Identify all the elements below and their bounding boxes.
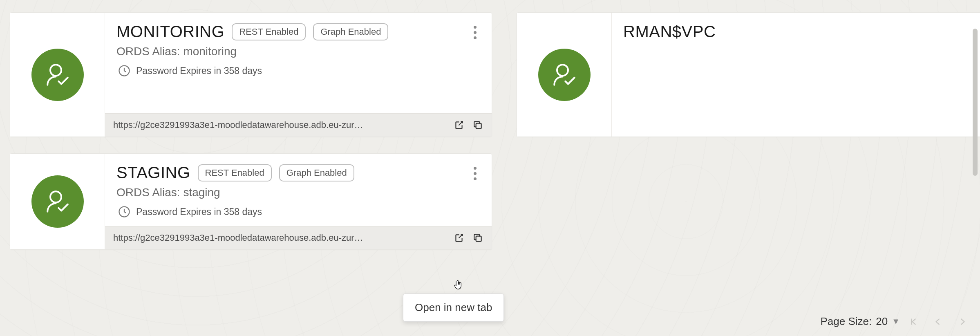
chevron-down-icon: ▼ (892, 317, 900, 326)
card-footer: https://g2ce3291993a3e1-moodledatawareho… (105, 113, 492, 137)
copy-icon[interactable] (472, 232, 483, 244)
card-avatar-area (10, 154, 105, 249)
ords-alias: ORDS Alias: staging (116, 186, 480, 199)
card-actions-menu[interactable] (469, 24, 481, 40)
page-size-value: 20 (876, 315, 888, 328)
vertical-scrollbar-thumb[interactable] (973, 29, 978, 176)
tag-rest-enabled: REST Enabled (198, 164, 272, 181)
pager-first-button[interactable] (908, 317, 919, 326)
pager-next-button[interactable] (957, 317, 968, 326)
tag-graph-enabled: Graph Enabled (279, 164, 354, 181)
vertical-scrollbar-track[interactable] (972, 0, 978, 336)
card-actions-menu[interactable] (469, 165, 481, 181)
tag-graph-enabled: Graph Enabled (313, 23, 388, 40)
tooltip-open-new-tab: Open in new tab (403, 293, 504, 322)
user-check-avatar (31, 49, 84, 101)
svg-point-4 (50, 191, 61, 202)
page-size-selector[interactable]: Page Size: 20 ▼ (821, 315, 900, 328)
svg-rect-2 (476, 123, 481, 129)
page-size-label: Page Size: (821, 315, 872, 328)
svg-point-3 (557, 65, 568, 76)
user-check-avatar (538, 49, 591, 101)
schema-card-staging: STAGING REST Enabled Graph Enabled ORDS … (10, 153, 492, 250)
card-title: STAGING (116, 164, 190, 182)
copy-icon[interactable] (472, 119, 483, 131)
pagination-bar: Page Size: 20 ▼ (821, 315, 968, 328)
card-title: RMAN$VPC (623, 22, 716, 41)
pager-prev-button[interactable] (933, 317, 943, 326)
user-check-avatar (31, 175, 84, 228)
schema-card-monitoring: MONITORING REST Enabled Graph Enabled OR… (10, 12, 492, 137)
ords-url: https://g2ce3291993a3e1-moodledatawareho… (113, 120, 446, 130)
ords-url: https://g2ce3291993a3e1-moodledatawareho… (113, 233, 446, 243)
open-new-tab-icon[interactable] (453, 119, 465, 131)
pointer-cursor-icon (453, 280, 464, 291)
password-expiry: Password Expires in 358 days (136, 65, 262, 76)
svg-point-0 (50, 65, 61, 76)
card-avatar-area (517, 13, 612, 137)
tag-rest-enabled: REST Enabled (232, 23, 306, 40)
svg-rect-6 (476, 236, 481, 242)
clock-icon (118, 206, 130, 218)
card-grid: MONITORING REST Enabled Graph Enabled OR… (10, 12, 980, 250)
open-new-tab-icon[interactable] (453, 232, 465, 244)
schema-card-rmanvpc: RMAN$VPC (517, 12, 980, 137)
password-expiry: Password Expires in 358 days (136, 206, 262, 217)
card-title: MONITORING (116, 22, 224, 41)
card-avatar-area (10, 13, 105, 137)
card-footer: https://g2ce3291993a3e1-moodledatawareho… (105, 226, 492, 249)
ords-alias: ORDS Alias: monitoring (116, 45, 480, 58)
clock-icon (118, 65, 130, 77)
